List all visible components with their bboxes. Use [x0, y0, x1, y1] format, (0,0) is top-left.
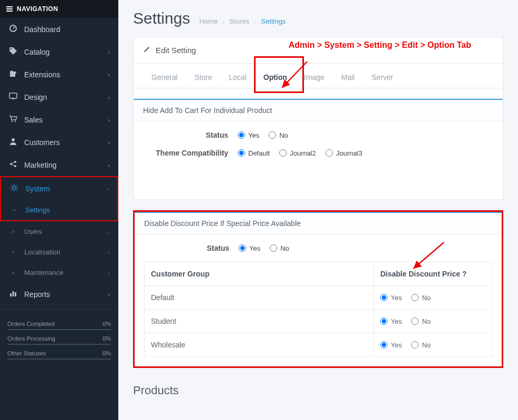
status-yes-radio[interactable]: Yes — [239, 244, 260, 252]
breadcrumb-current: Settings — [261, 17, 286, 25]
gear-icon — [9, 183, 19, 193]
status-no-radio[interactable]: No — [269, 131, 288, 139]
chevron-right-icon: › — [108, 291, 110, 298]
breadcrumb-stores[interactable]: Stores — [229, 17, 249, 25]
sidebar-item-label: Maintenance — [24, 269, 63, 276]
svg-point-9 — [12, 138, 15, 141]
customer-group-table: Customer Group Disable Discount Price ? … — [144, 262, 492, 357]
sidebar-subitem-users[interactable]: » Users › — [0, 221, 118, 242]
module-title: Hide Add To Cart For Individual Product — [134, 99, 503, 121]
stat-label: Other Statuses — [7, 350, 46, 356]
radio-label: Journal3 — [336, 149, 362, 157]
svg-point-3 — [14, 71, 16, 74]
nav-highlight-settings: » Settings — [0, 200, 118, 221]
td-disable: Yes No — [374, 333, 492, 357]
sidebar-item-label: Reports — [24, 290, 50, 299]
hamburger-icon[interactable] — [6, 5, 13, 13]
row-yes-radio[interactable]: Yes — [380, 294, 402, 302]
row-no-radio[interactable]: No — [411, 294, 431, 302]
tab-general[interactable]: General — [143, 67, 186, 88]
sidebar-item-label: Dashboard — [24, 25, 60, 34]
cart-icon — [8, 115, 18, 125]
module-hide-add-to-cart: Hide Add To Cart For Individual Product … — [134, 99, 503, 176]
row-no-radio[interactable]: No — [411, 317, 431, 325]
tab-image[interactable]: Image — [296, 67, 333, 88]
tab-server[interactable]: Server — [363, 67, 401, 88]
tab-option[interactable]: Option — [255, 67, 296, 88]
sidebar-item-system[interactable]: System › — [1, 177, 117, 200]
sidebar-item-marketing[interactable]: Marketing › — [0, 153, 118, 176]
breadcrumb: Home › Stores › Settings — [199, 17, 286, 25]
double-chevron-icon: » — [8, 270, 18, 275]
double-chevron-icon: » — [8, 249, 18, 255]
svg-rect-5 — [9, 93, 17, 98]
chevron-right-icon: › — [108, 94, 110, 100]
stat-value: 0% — [103, 335, 111, 342]
status-yes-radio[interactable]: Yes — [238, 131, 259, 139]
chevron-right-icon: › — [108, 49, 110, 55]
breadcrumb-home[interactable]: Home — [199, 17, 218, 25]
td-disable: Yes No — [374, 310, 492, 333]
tab-mail[interactable]: Mail — [333, 67, 363, 88]
tabs: General Store Local Option Image Mail Se… — [134, 64, 503, 88]
tab-local[interactable]: Local — [220, 67, 255, 88]
stat-label: Orders Completed — [7, 321, 55, 327]
row-yes-radio[interactable]: Yes — [380, 317, 402, 325]
sidebar-item-extensions[interactable]: Extensions › — [0, 63, 118, 86]
svg-rect-15 — [13, 291, 14, 296]
sidebar-item-label: Users — [24, 228, 42, 235]
row-yes-radio[interactable]: Yes — [380, 341, 402, 349]
sidebar-subitem-maintenance[interactable]: » Maintenance › — [0, 262, 118, 283]
chevron-right-icon: › — [108, 71, 110, 78]
bar-chart-icon — [8, 289, 18, 299]
sidebar-item-reports[interactable]: Reports › — [0, 283, 118, 305]
row-no-radio[interactable]: No — [411, 341, 431, 349]
nav-highlight-system: System › — [0, 176, 118, 200]
compat-journal2-radio[interactable]: Journal2 — [279, 149, 316, 157]
nav-header-text: NAVIGATION — [17, 5, 58, 13]
sidebar-item-label: Design — [24, 93, 47, 101]
td-disable: Yes No — [374, 286, 492, 310]
sidebar-item-customers[interactable]: Customers › — [0, 131, 118, 153]
chevron-right-icon: › — [222, 19, 224, 25]
sidebar-item-design[interactable]: Design › — [0, 86, 118, 108]
compat-default-radio[interactable]: Default — [238, 149, 270, 157]
stat-orders-completed: Orders Completed 0% — [7, 321, 111, 327]
chevron-right-icon: › — [108, 162, 110, 168]
status-label: Status — [144, 244, 239, 252]
svg-rect-6 — [12, 98, 14, 99]
radio-label: Yes — [391, 294, 402, 302]
stat-other-statuses: Other Statuses 0% — [7, 350, 111, 356]
tab-store[interactable]: Store — [186, 67, 220, 88]
sidebar-subitem-localisation[interactable]: » Localisation › — [0, 242, 118, 262]
table-row: Default Yes No — [145, 286, 492, 310]
radio-label: Yes — [391, 317, 402, 325]
status-no-radio[interactable]: No — [270, 244, 289, 252]
stat-bar — [7, 358, 111, 360]
radio-label: Yes — [249, 244, 260, 252]
stat-value: 0% — [103, 321, 111, 327]
stat-orders-processing: Orders Processing 0% — [7, 335, 111, 342]
double-chevron-icon: » — [9, 207, 19, 213]
nav-header: NAVIGATION — [0, 0, 118, 18]
chevron-right-icon: › — [108, 139, 110, 146]
products-section-heading: Products — [118, 378, 518, 397]
sidebar-subitem-settings[interactable]: » Settings — [1, 200, 117, 220]
sidebar-item-label: Catalog — [24, 48, 49, 56]
radio-label: No — [422, 341, 431, 349]
theme-compat-row: Theme Compatibility Default Journal2 Jou… — [143, 149, 493, 157]
sidebar-item-label: System — [25, 185, 50, 193]
status-row: Status Yes No — [143, 131, 493, 139]
sidebar-item-sales[interactable]: Sales › — [0, 108, 118, 131]
sidebar-stats: Orders Completed 0% Orders Processing 0%… — [0, 309, 118, 366]
chevron-right-icon: › — [107, 186, 109, 192]
stat-bar — [7, 329, 111, 330]
sidebar: NAVIGATION Dashboard Catalog › Exte — [0, 0, 118, 420]
sidebar-item-catalog[interactable]: Catalog › — [0, 40, 118, 63]
table-header-row: Customer Group Disable Discount Price ? — [145, 262, 492, 286]
theme-compat-label: Theme Compatibility — [143, 149, 238, 157]
module-title: Disable Discount Price If Special Price … — [135, 212, 502, 234]
sidebar-item-dashboard[interactable]: Dashboard — [0, 18, 118, 40]
svg-point-1 — [11, 48, 12, 49]
compat-journal3-radio[interactable]: Journal3 — [326, 149, 362, 157]
